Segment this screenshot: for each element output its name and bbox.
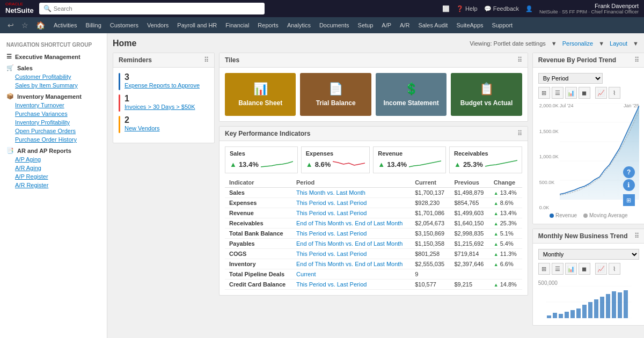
nav-item-activities[interactable]: Activities [49, 17, 81, 33]
kpi-period[interactable]: This Period vs. Last Period [292, 198, 411, 208]
reminder-link[interactable]: Invoices > 30 Days > $50K [125, 104, 195, 110]
reminders-column: Reminders ⠿ 3 Expense Reports to Approve… [113, 53, 215, 330]
personalize-button[interactable]: Personalize [562, 40, 593, 47]
chart-legend-item: Moving Average [583, 212, 628, 218]
kpi-current: $1,701,086 [411, 208, 450, 218]
kpi-period[interactable]: This Period vs. Last Period [292, 208, 411, 218]
svg-rect-21 [612, 291, 616, 318]
sidebar-link-purchase-variances[interactable]: Purchase Variances [0, 109, 107, 118]
monthly-table-icon[interactable]: ⊞ [538, 263, 550, 275]
monthly-area-icon[interactable]: ◼ [579, 263, 590, 275]
reminder-link[interactable]: New Vendors [125, 125, 159, 131]
feedback-link[interactable]: 💬 Feedback [484, 5, 519, 12]
nav-item-a/p[interactable]: A/P [377, 17, 396, 33]
nav-item-payroll-and-hr[interactable]: Payroll and HR [173, 17, 221, 33]
sidebar-category-executive-management[interactable]: ☰Executive Management [0, 50, 107, 61]
y-axis-label: 0.0K [539, 205, 559, 210]
sidebar-category-ar-and-ap-reports[interactable]: 📑AR and AP Reports [0, 144, 107, 155]
reminder-count: 3 [125, 73, 200, 82]
personalize-dropdown-icon[interactable]: ▼ [598, 40, 604, 47]
kpi-period[interactable]: This Period vs. Last Period [292, 280, 411, 290]
tile-balance-sheet[interactable]: 📊 Balance Sheet [225, 73, 296, 116]
nav-item-customers[interactable]: Customers [106, 17, 143, 33]
tile-trial-balance[interactable]: 📄 Trial Balance [300, 73, 371, 116]
kpi-box-pct: ▲ 13.4% [378, 159, 441, 170]
nav-item-billing[interactable]: Billing [81, 17, 105, 33]
star-nav-icon[interactable]: ☆ [18, 21, 32, 30]
kpi-change: ▲ 25.3% [489, 218, 522, 229]
revenue-period-select[interactable]: By PeriodBy MonthBy Quarter [538, 73, 603, 84]
reminder-link[interactable]: Expense Reports to Approve [125, 82, 200, 89]
kpi-panel-header: Key Performance Indicators ⠿ [219, 127, 528, 141]
bookmark-icon[interactable]: ⬜ [442, 5, 450, 12]
tile-budget-vs-actual[interactable]: 📋 Budget vs Actual [451, 73, 522, 116]
nav-item-setup[interactable]: Setup [354, 17, 378, 33]
sidebar-link-a/p-aging[interactable]: A/P Aging [0, 155, 107, 164]
sidebar-link-inventory-turnover[interactable]: Inventory Turnover [0, 101, 107, 109]
home-nav-icon[interactable]: 🏠 [33, 21, 48, 30]
monthly-select[interactable]: MonthlyQuarterlyYearly [538, 249, 639, 260]
back-nav-icon[interactable]: ↩ [4, 21, 17, 30]
monthly-bar-icon[interactable]: 📊 [565, 263, 577, 275]
chart-table-icon[interactable]: ⊞ [538, 87, 550, 99]
sidebar-link-open-purchase-orders[interactable]: Open Purchase Orders [0, 127, 107, 135]
kpi-previous: $719,814 [450, 249, 489, 259]
sidebar-category-sales[interactable]: 🛒Sales [0, 61, 107, 72]
tile-income-statement[interactable]: 💲 Income Statement [376, 73, 447, 116]
reminder-item: 1 Invoices > 30 Days > $50K [119, 94, 209, 112]
kpi-current: $10,577 [411, 280, 450, 290]
viewing-dropdown-icon[interactable]: ▼ [551, 40, 557, 47]
kpi-direction-icon: ▲ [230, 160, 237, 168]
kpi-previous: $2,998,835 [450, 229, 489, 239]
layout-dropdown-icon[interactable]: ▼ [633, 40, 639, 47]
nav-item-support[interactable]: Support [488, 17, 517, 33]
chart-info-button[interactable]: ℹ [623, 179, 635, 191]
kpi-col-header-period: Period [292, 178, 411, 188]
kpi-period[interactable]: This Period vs. Last Period [292, 249, 411, 259]
kpi-period[interactable]: End of This Month vs. End of Last Month [292, 239, 411, 249]
chart-scatter-icon[interactable]: ⌇ [609, 87, 620, 99]
nav-item-financial[interactable]: Financial [221, 17, 253, 33]
kpi-change: ▲ 13.4% [489, 208, 522, 218]
nav-item-vendors[interactable]: Vendors [143, 17, 173, 33]
top-actions: ⬜ ❓ Help 💬 Feedback 👤 Frank Davenport Ne… [442, 3, 639, 14]
chart-line-icon[interactable]: 📈 [595, 87, 607, 99]
sidebar-link-a/p-register[interactable]: A/P Register [0, 172, 107, 181]
kpi-period[interactable]: End of This Month vs. End of Last Month [292, 259, 411, 269]
sidebar-link-customer-profitability[interactable]: Customer Profitability [0, 72, 107, 81]
monthly-trend-header: Monthly New Business Trend ⠿ [533, 229, 644, 244]
sidebar-link-a/r-aging[interactable]: A/R Aging [0, 164, 107, 172]
help-link[interactable]: ❓ Help [456, 5, 478, 12]
revenue-chart-title: Revenue By Period Trend [538, 56, 616, 64]
nav-item-documents[interactable]: Documents [315, 17, 354, 33]
chart-help-button[interactable]: ? [623, 166, 635, 178]
kpi-period[interactable]: Current [292, 269, 411, 280]
tile-icon: 📋 [479, 82, 494, 96]
monthly-trend-handle: ⠿ [634, 232, 639, 240]
sidebar-link-purchase-order-history[interactable]: Purchase Order History [0, 135, 107, 144]
search-input[interactable] [54, 5, 260, 12]
kpi-change [489, 269, 522, 280]
kpi-period[interactable]: This Period vs. Last Period [292, 229, 411, 239]
kpi-period[interactable]: This Month vs. Last Month [292, 188, 411, 198]
chart-grid-button[interactable]: ⊞ [623, 194, 635, 206]
monthly-line-icon[interactable]: 📈 [595, 263, 607, 275]
monthly-list-icon[interactable]: ☰ [552, 263, 564, 275]
feedback-label: Feedback [493, 5, 519, 12]
kpi-period[interactable]: End of This Month vs. End of Last Month [292, 218, 411, 229]
sidebar-link-inventory-profitability[interactable]: Inventory Profitability [0, 118, 107, 127]
chart-list-icon[interactable]: ☰ [552, 87, 564, 99]
sidebar-category-inventory-management[interactable]: 📦Inventory Management [0, 90, 107, 101]
nav-item-a/r[interactable]: A/R [396, 17, 414, 33]
nav-item-suiteapps[interactable]: SuiteApps [452, 17, 487, 33]
monthly-scatter-icon[interactable]: ⌇ [609, 263, 620, 275]
kpi-current: $801,258 [411, 249, 450, 259]
chart-bar-icon[interactable]: 📊 [565, 87, 577, 99]
nav-item-reports[interactable]: Reports [253, 17, 283, 33]
layout-button[interactable]: Layout [610, 40, 627, 47]
chart-area-icon[interactable]: ◼ [579, 87, 590, 99]
sidebar-link-a/r-register[interactable]: A/R Register [0, 181, 107, 189]
nav-item-analytics[interactable]: Analytics [283, 17, 315, 33]
nav-item-sales-audit[interactable]: Sales Audit [414, 17, 452, 33]
sidebar-link-sales-by-item-summary[interactable]: Sales by Item Summary [0, 81, 107, 90]
